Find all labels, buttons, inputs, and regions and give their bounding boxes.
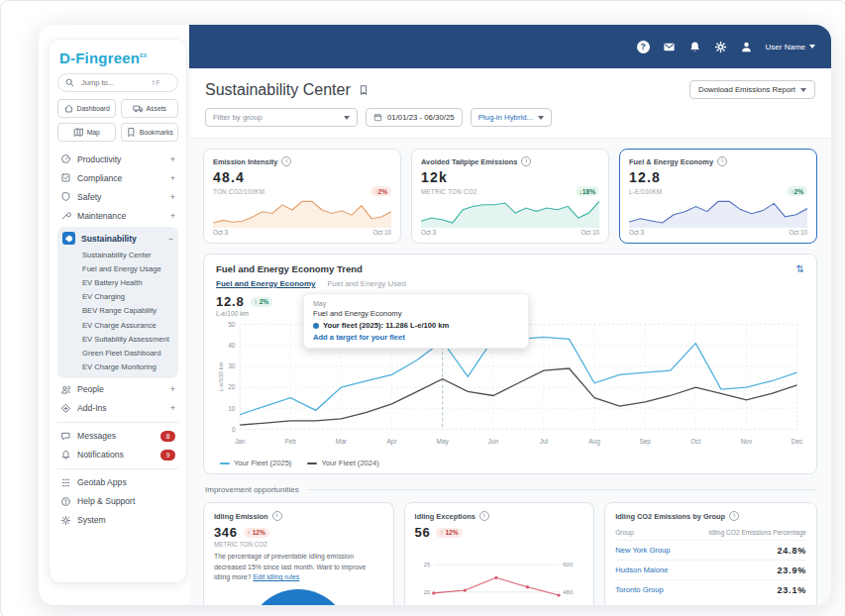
sidebar-subitem[interactable]: EV Charge Assurance — [60, 318, 175, 332]
quick-dashboard-label: Dashboard — [77, 105, 110, 112]
idling-emission-card: Idling Emissioni 346↑ 12% METRIC TON CO2… — [203, 502, 394, 605]
sidebar-item-sustainability[interactable]: Sustainability − — [60, 229, 175, 248]
download-report-button[interactable]: Download Emissions Report — [689, 80, 815, 99]
sidebar-item-geotab-apps[interactable]: Geotab Apps — [57, 473, 178, 492]
svg-text:40: 40 — [228, 342, 236, 349]
sidebar-item-compliance[interactable]: Compliance + — [57, 168, 178, 187]
trend-change-badge: ↑ 2% — [251, 297, 273, 307]
trend-value: 12.8 — [216, 294, 245, 309]
quick-dashboard-button[interactable]: Dashboard — [57, 99, 116, 118]
logo-text: D-Fingreen — [59, 50, 140, 66]
search-input[interactable] — [79, 77, 147, 88]
sidebar-subitem[interactable]: EV Charge Monitoring — [60, 360, 175, 374]
expand-icon[interactable]: + — [170, 211, 175, 221]
group-link[interactable]: Hudson Malone — [615, 565, 668, 574]
quick-assets-button[interactable]: Assets — [121, 99, 179, 118]
gear-icon[interactable] — [714, 41, 727, 53]
vehicle-type-value: Plug-in Hybrid... — [478, 113, 533, 122]
trend-tabs: Fuel and Energy Economy Fuel and Energy … — [216, 279, 804, 290]
svg-text:Sep: Sep — [639, 438, 651, 446]
wrench-icon — [60, 210, 71, 221]
sidebar-item-help-support[interactable]: Help & Support — [57, 492, 178, 511]
sidebar-item-productivity[interactable]: Productivity + — [57, 150, 178, 168]
sidebar-subitem[interactable]: BEV Range Capability — [60, 304, 175, 318]
sidebar-subitem[interactable]: Green Fleet Dashboard — [60, 346, 175, 359]
screenshot-canvas: D-FingreenEX ⇧F Dashboard Assets Map Boo… — [0, 0, 845, 616]
quick-map-button[interactable]: Map — [57, 123, 116, 142]
search-box[interactable]: ⇧F — [57, 73, 178, 92]
help-icon[interactable]: ? — [637, 41, 650, 53]
spark-end-label: Oct 10 — [372, 229, 391, 236]
sidebar-subitem[interactable]: Fuel and Energy Usage — [60, 261, 175, 275]
sidebar-item-notifications[interactable]: Notifications 9 — [57, 446, 178, 464]
sidebar-item-messages[interactable]: Messages 8 — [57, 427, 178, 446]
sidebar-item-safety[interactable]: Safety + — [57, 187, 178, 206]
group-link[interactable]: Toronto Group — [615, 585, 664, 594]
kpi-card-emission-intensity[interactable]: Emission Intensityi 48.4 TON CO2/100KM↑2… — [203, 149, 401, 244]
date-range-picker[interactable]: 01/01/23 - 06/30/25 — [366, 108, 463, 127]
filter-bar: Filter by group 01/01/23 - 06/30/25 Plug… — [189, 103, 831, 139]
legend-item[interactable]: Your Fleet (2024) — [307, 459, 378, 467]
apps-grid-icon — [60, 477, 71, 488]
quick-bookmarks-button[interactable]: Bookmarks — [121, 123, 179, 142]
edit-idling-rules-link[interactable]: Edit idling rules — [253, 573, 299, 580]
info-icon[interactable]: i — [272, 511, 282, 521]
svg-text:0: 0 — [232, 426, 236, 433]
chevron-down-icon — [344, 116, 350, 120]
sort-icon[interactable]: ⇅ — [796, 263, 804, 274]
logo-superscript: EX — [140, 52, 147, 58]
table-row: Toronto Group 23.1% — [615, 579, 806, 599]
kpi-card-fuel-energy-economy[interactable]: Fuel & Energy Economyi 12.8 L-E/100KM↑2%… — [619, 149, 817, 244]
sidebar-subitem[interactable]: EV Charging — [60, 290, 175, 304]
user-menu[interactable]: User Name — [766, 43, 815, 51]
group-link[interactable]: New York Group — [615, 546, 670, 555]
add-target-link[interactable]: Add a target for your fleet — [313, 333, 519, 342]
info-icon[interactable]: i — [729, 511, 739, 521]
info-icon[interactable]: i — [479, 511, 489, 521]
sidebar-subitem[interactable]: EV Suitability Assessment — [60, 332, 175, 346]
sidebar-item-people[interactable]: People + — [57, 380, 178, 399]
tab-fuel-energy-economy[interactable]: Fuel and Energy Economy — [216, 279, 315, 290]
trend-chart-card: Fuel and Energy Economy Trend ⇅ Fuel and… — [203, 254, 817, 474]
column-header-group: Group — [615, 529, 633, 536]
info-icon[interactable]: i — [521, 156, 531, 166]
messages-badge: 8 — [160, 431, 175, 442]
vehicle-type-filter[interactable]: Plug-in Hybrid... — [471, 108, 552, 127]
bookmark-page-icon[interactable] — [358, 84, 370, 96]
kpi-value: 12.8 — [629, 169, 807, 185]
mail-icon[interactable] — [663, 41, 676, 53]
user-icon[interactable] — [740, 41, 753, 53]
sidebar-item-addins[interactable]: Add-Ins + — [57, 399, 178, 418]
top-navigation-bar: ? User Name — [189, 25, 831, 68]
svg-text:Oct: Oct — [690, 438, 700, 445]
sidebar-divider — [57, 468, 178, 469]
sidebar-item-system[interactable]: System — [57, 511, 178, 530]
svg-text:50: 50 — [228, 321, 236, 328]
kpi-card-avoided-tailpipe[interactable]: Avoided Tailpipe Emissionsi 12k METRIC T… — [411, 149, 609, 244]
people-icon — [60, 384, 71, 395]
expand-icon[interactable]: + — [170, 154, 175, 164]
group-percentage: 23.1% — [777, 585, 806, 595]
legend-item[interactable]: Your Fleet (2025) — [220, 459, 291, 467]
sidebar-subitem[interactable]: Sustainability Center — [60, 248, 175, 261]
expand-icon[interactable]: + — [170, 173, 175, 183]
tab-fuel-energy-used[interactable]: Fuel and Energy Used — [327, 279, 406, 290]
idling-exceptions-badge: ↑ 12% — [436, 528, 462, 538]
page-header: Sustainability Center Download Emissions… — [189, 68, 831, 103]
info-icon[interactable]: i — [281, 156, 291, 166]
help-circle-icon — [60, 496, 71, 507]
bell-icon[interactable] — [688, 41, 701, 53]
svg-text:Feb: Feb — [285, 438, 297, 445]
app-logo: D-FingreenEX — [59, 50, 178, 66]
sidebar-subitem[interactable]: EV Battery Health — [60, 275, 175, 289]
info-icon[interactable]: i — [717, 156, 727, 166]
idling-exceptions-card: Idling Exceptionsi 56↑ 12% 2560020480 — [404, 502, 595, 605]
collapse-icon[interactable]: − — [168, 234, 173, 244]
group-filter-select[interactable]: Filter by group — [205, 108, 358, 127]
sidebar-item-maintenance[interactable]: Maintenance + — [57, 206, 178, 225]
svg-text:Jun: Jun — [488, 438, 499, 445]
card-title: Idling CO2 Emissions by Group — [615, 512, 725, 521]
expand-icon[interactable]: + — [170, 384, 175, 394]
expand-icon[interactable]: + — [170, 403, 175, 413]
expand-icon[interactable]: + — [170, 192, 175, 202]
